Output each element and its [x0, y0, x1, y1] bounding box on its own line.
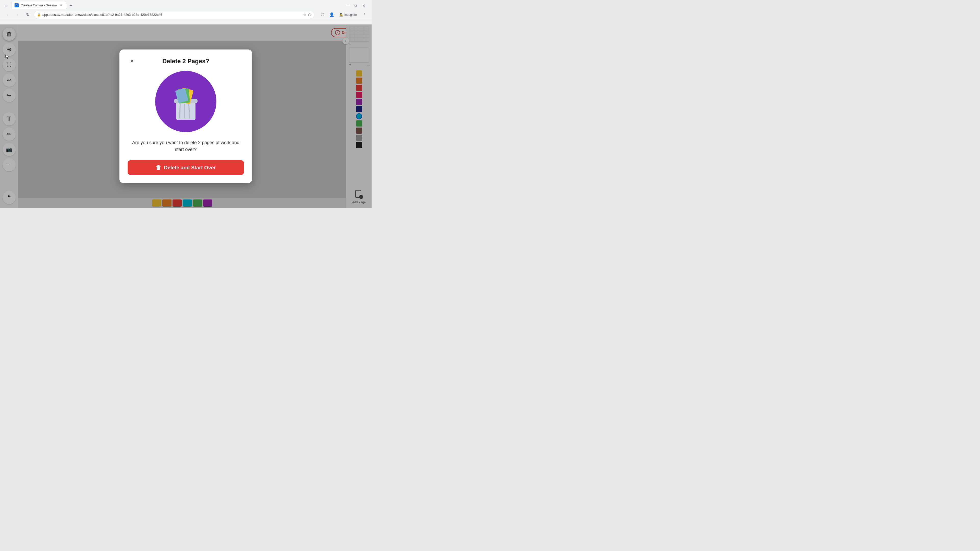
tab-favicon: S: [14, 3, 19, 7]
back-button[interactable]: ‹: [3, 11, 11, 19]
profile-button[interactable]: 👤: [328, 11, 336, 19]
close-icon: ✕: [130, 59, 134, 64]
address-text: app.seesaw.me/#/item/new/class/class.e01…: [42, 13, 302, 17]
trash-illustration: [155, 71, 216, 132]
svg-line-16: [189, 104, 189, 118]
close-button[interactable]: ✕: [360, 2, 368, 9]
new-tab-button[interactable]: +: [67, 2, 75, 9]
browser-tabs-btn[interactable]: ≡: [2, 2, 9, 9]
dialog-message: Are you sure you want to delete 2 pages …: [127, 139, 244, 153]
address-bar-row: ‹ › ↻ 🔒 app.seesaw.me/#/item/new/class/c…: [0, 9, 372, 21]
svg-rect-13: [176, 102, 196, 120]
delete-btn-label: Delete and Start Over: [164, 165, 216, 171]
dialog-title: Delete 2 Pages?: [162, 58, 209, 65]
dialog-header: ✕ Delete 2 Pages?: [127, 58, 244, 65]
reload-button[interactable]: ↻: [24, 11, 32, 19]
delete-dialog: ✕ Delete 2 Pages?: [119, 49, 252, 183]
delete-confirm-button[interactable]: 🗑 Delete and Start Over: [127, 160, 244, 175]
tab-title: Creative Canvas - Seesaw: [21, 3, 57, 7]
delete-btn-icon: 🗑: [156, 164, 161, 171]
incognito-icon: 🕵: [339, 13, 343, 17]
address-bar[interactable]: 🔒 app.seesaw.me/#/item/new/class/class.e…: [34, 11, 314, 19]
bookmark-icon[interactable]: ☆: [303, 13, 307, 17]
incognito-badge: 🕵 Incognito: [337, 12, 360, 17]
tab-bar: ≡ S Creative Canvas - Seesaw ✕ + — ⧉ ✕: [0, 0, 372, 9]
dialog-illustration: [127, 71, 244, 132]
browser-chrome: ≡ S Creative Canvas - Seesaw ✕ + — ⧉ ✕ ‹…: [0, 0, 372, 24]
restore-button[interactable]: ⧉: [352, 2, 360, 9]
incognito-label: Incognito: [344, 13, 357, 17]
app-layout: 🗑 ⊕ ⛶ ↩ ↪ T ✏ 📷 ··· ❝ ✓ Draft ✓: [0, 24, 372, 208]
browser-right-controls: ⬡ 👤 🕵 Incognito ⋮: [318, 11, 369, 19]
menu-button[interactable]: ⋮: [360, 11, 369, 19]
svg-line-14: [180, 104, 180, 118]
extensions-button[interactable]: ⬡: [318, 11, 327, 19]
modal-overlay: ✕ Delete 2 Pages?: [0, 24, 372, 208]
extension-icon[interactable]: ⬡: [308, 13, 311, 17]
minimize-button[interactable]: —: [344, 2, 351, 9]
tab-close-button[interactable]: ✕: [59, 3, 63, 7]
lock-icon: 🔒: [37, 13, 41, 17]
forward-button[interactable]: ›: [13, 11, 21, 19]
active-tab[interactable]: S Creative Canvas - Seesaw ✕: [11, 1, 66, 9]
dialog-close-button[interactable]: ✕: [127, 57, 136, 65]
